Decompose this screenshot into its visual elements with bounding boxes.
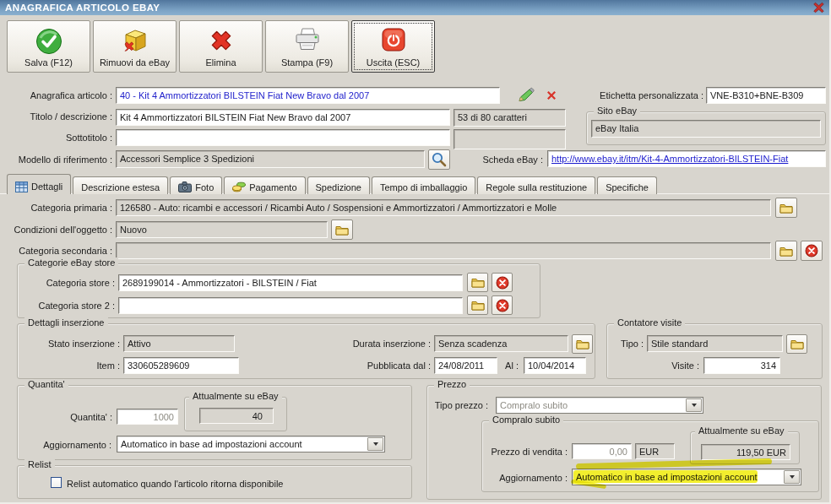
- camera-icon: [178, 182, 192, 192]
- quantity-group-label: Quantita': [24, 379, 68, 389]
- clear-record-x-icon[interactable]: [546, 89, 557, 100]
- tab-foto[interactable]: Foto: [170, 176, 222, 194]
- tipo-contatore-browse-button[interactable]: [786, 334, 807, 354]
- categoria-store2-field[interactable]: [118, 297, 463, 314]
- red-circle-x-icon: [496, 276, 509, 290]
- chevron-down-icon[interactable]: [784, 470, 800, 484]
- store-categories-group-label: Categorie eBay store: [24, 257, 118, 268]
- categoria-primaria-browse-button[interactable]: [775, 198, 797, 218]
- quantity-on-ebay-group-label: Attualmente su eBay: [189, 391, 282, 401]
- titolo-field[interactable]: Kit 4 Ammortizzatori BILSTEIN Fiat New B…: [116, 109, 450, 126]
- chevron-down-icon[interactable]: [367, 437, 383, 451]
- categoria-primaria-field: 126580 - Auto: ricambi e accessori / Ric…: [116, 199, 771, 216]
- prezzo-aggiornamento-dropdown[interactable]: Automatico in base ad impostazioni accou…: [572, 469, 801, 485]
- modello-label: Modello di riferimento :: [7, 154, 112, 165]
- printer-icon: [292, 27, 323, 55]
- scheda-ebay-link[interactable]: http://www.ebay.it/itm/Kit-4-Ammortizzat…: [551, 154, 788, 164]
- tab-pagamento-label: Pagamento: [249, 182, 296, 192]
- tab-tempo-imballaggio-label: Tempo di imballaggio: [380, 182, 467, 192]
- grid-icon: [15, 182, 28, 192]
- edit-pencil-icon[interactable]: [517, 86, 535, 104]
- categoria-store-browse-button[interactable]: [467, 273, 488, 292]
- remove-from-ebay-button[interactable]: Rimuovi da eBay: [93, 20, 177, 73]
- price-on-ebay-group-label: Attualmente su eBay: [695, 425, 788, 436]
- categoria-store-label: Categoria store :: [17, 278, 115, 288]
- categoria-secondaria-browse-button[interactable]: [775, 241, 797, 261]
- categoria-store2-label: Categoria store 2 :: [17, 301, 115, 311]
- categoria-store-clear-button[interactable]: [492, 273, 513, 292]
- visite-field: 314: [703, 357, 780, 374]
- exit-button-label: Uscita (ESC): [367, 57, 421, 68]
- sottotitolo-field[interactable]: [116, 129, 450, 146]
- quantita-aggiornamento-dropdown[interactable]: Automatico in base ad impostazioni accou…: [117, 436, 385, 453]
- modello-search-button[interactable]: [428, 149, 450, 170]
- red-circle-x-icon: [805, 244, 818, 257]
- al-field[interactable]: 10/04/2014: [524, 357, 586, 374]
- folder-icon: [471, 277, 485, 288]
- folder-icon: [779, 246, 793, 257]
- delete-button[interactable]: Elimina: [179, 20, 263, 73]
- listing-details-group-label: Dettagli inserzione: [24, 317, 108, 328]
- title-bar: ANAGRAFICA ARTICOLO EBAY: [0, 0, 829, 15]
- relist-checkbox-label: Relist automatico quando l'articolo rito…: [67, 479, 283, 489]
- titolo-label: Titolo / descrizione :: [7, 111, 112, 122]
- exit-button[interactable]: Uscita (ESC): [351, 20, 435, 73]
- anagrafica-articolo-label: Anagrafica articolo :: [7, 90, 112, 100]
- sito-ebay-group-label: Sito eBay: [594, 106, 640, 116]
- relist-checkbox[interactable]: [51, 477, 62, 488]
- sottotitolo-char-count-box: [454, 129, 566, 149]
- scheda-ebay-link-field: http://www.ebay.it/itm/Kit-4-Ammortizzat…: [547, 150, 826, 167]
- stato-inserzione-label: Stato inserzione :: [17, 339, 120, 349]
- condizioni-field: Nuovo: [116, 221, 328, 238]
- save-button[interactable]: Salva (F12): [7, 20, 90, 73]
- toolbar: Salva (F12) Rimuovi da eBay Elimina: [7, 20, 435, 73]
- durata-inserzione-field: Senza scadenza: [434, 335, 568, 352]
- tab-pagamento[interactable]: Pagamento: [224, 176, 305, 194]
- sito-ebay-field: eBay Italia: [591, 120, 821, 138]
- box-remove-icon: [120, 27, 150, 55]
- red-x-icon: [208, 27, 235, 54]
- folder-icon: [790, 339, 804, 350]
- durata-browse-button[interactable]: [572, 334, 593, 354]
- tab-dettagli[interactable]: Dettagli: [7, 174, 71, 194]
- etichetta-field[interactable]: VNE-B310+BNE-B309: [706, 87, 826, 104]
- anagrafica-articolo-field[interactable]: 40 - Kit 4 Ammortizzatori BILSTEIN Fiat …: [116, 87, 500, 104]
- tipo-prezzo-dropdown[interactable]: Compralo subito: [496, 397, 703, 414]
- price-group-label: Prezzo: [434, 379, 470, 389]
- tab-regole-restituzione[interactable]: Regole sulla restituzione: [477, 176, 595, 194]
- categoria-store2-clear-button[interactable]: [492, 295, 513, 315]
- prezzo-aggiornamento-label: Aggiornamento :: [460, 473, 568, 483]
- save-button-label: Salva (F12): [24, 57, 73, 68]
- sottotitolo-label: Sottotitolo :: [7, 133, 112, 143]
- close-icon[interactable]: [812, 2, 825, 14]
- tipo-prezzo-label: Tipo prezzo :: [422, 400, 488, 410]
- chevron-down-icon[interactable]: [686, 398, 702, 412]
- window-title: ANAGRAFICA ARTICOLO EBAY: [5, 3, 160, 13]
- modello-field: Accessori Semplice 3 Spedizioni: [116, 150, 425, 168]
- categoria-store2-browse-button[interactable]: [467, 295, 488, 315]
- folder-icon: [779, 203, 793, 214]
- categoria-primaria-label: Categoria primaria :: [7, 203, 112, 213]
- tab-spedizione[interactable]: Spedizione: [307, 176, 370, 194]
- quantity-on-ebay-field: 40: [199, 408, 274, 424]
- magnifier-icon: [431, 151, 448, 168]
- tab-tempo-imballaggio[interactable]: Tempo di imballaggio: [372, 176, 475, 194]
- check-circle-icon: [35, 27, 63, 56]
- etichetta-label: Etichetta personalizzata :: [583, 90, 703, 100]
- condizioni-browse-button[interactable]: [331, 219, 353, 240]
- print-button[interactable]: Stampa (F9): [265, 20, 349, 73]
- quantita-label: Quantita' :: [32, 412, 112, 422]
- categoria-secondaria-clear-button[interactable]: [801, 241, 823, 261]
- remove-from-ebay-button-label: Rimuovi da eBay: [100, 57, 170, 68]
- categoria-store-field[interactable]: 2689199014 - Ammortizzatori - BILSTEIN /…: [118, 274, 463, 291]
- prezzo-vendita-label: Prezzo di vendita :: [460, 447, 568, 457]
- pubblicata-dal-field[interactable]: 24/08/2011: [434, 357, 497, 374]
- tab-specifiche[interactable]: Specifiche: [597, 176, 657, 194]
- buy-it-now-group-label: Compralo subito: [489, 415, 563, 425]
- prezzo-aggiornamento-value: Automatico in base ad impostazioni accou…: [576, 472, 758, 482]
- tab-descrizione-estesa[interactable]: Descrizione estesa: [73, 176, 168, 194]
- item-field[interactable]: 330605289609: [123, 357, 239, 374]
- tipo-prezzo-value: Compralo subito: [500, 400, 568, 410]
- tab-specifiche-label: Specifiche: [606, 182, 649, 192]
- visit-counter-group-label: Contatore visite: [614, 317, 685, 328]
